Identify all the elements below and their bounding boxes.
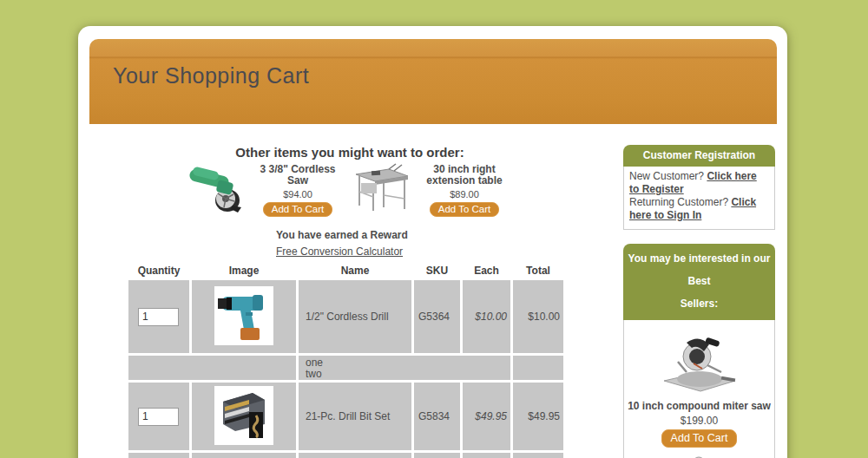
product-price: $94.00 <box>250 189 345 200</box>
product-price: $89.00 <box>417 189 512 200</box>
page-title: Your Shopping Cart <box>89 39 777 88</box>
returning-customer-label: Returning Customer? <box>629 196 731 208</box>
quantity-cell <box>128 383 189 450</box>
name-cell: 1/2" Cordless Drill <box>299 280 411 353</box>
suggested-product-cordless-saw: 3 3/8" Cordless Saw $94.00 Add To Cart <box>187 162 345 217</box>
name-cell: 21-Pc. Drill Bit Set <box>299 383 411 450</box>
note-empty-cell <box>128 356 296 380</box>
best-sellers-header-line2: Sellers: <box>625 292 773 315</box>
suggested-product-info: 3 3/8" Cordless Saw $94.00 Add To Cart <box>250 162 345 217</box>
product-image-frame <box>214 286 273 345</box>
add-to-cart-button[interactable]: Add To Cart <box>661 429 738 448</box>
product-image-frame <box>214 386 273 445</box>
image-cell <box>192 383 296 450</box>
suggestions-heading: Other items you might want to order: <box>89 145 610 160</box>
total-cell <box>513 453 563 458</box>
image-cell <box>192 453 296 458</box>
new-customer-label: New Customer? <box>629 170 707 182</box>
column-header-total: Total <box>513 264 563 278</box>
note-text: one two <box>306 357 510 380</box>
reward-block: You have earned a Reward Free Conversion… <box>276 229 424 258</box>
customer-registration-header: Customer Registration <box>623 145 775 167</box>
customer-registration-body: New Customer? Click here to Register Ret… <box>623 167 775 230</box>
cart-row-partial <box>128 453 563 458</box>
note-cell: one two <box>299 356 510 380</box>
cordless-drill-image <box>214 286 273 345</box>
best-seller-name: 10 inch compound miter saw <box>628 401 771 412</box>
image-cell <box>192 280 296 353</box>
quantity-input[interactable] <box>138 308 179 326</box>
cart-note-row: one two <box>128 356 563 380</box>
each-cell <box>463 453 510 458</box>
sku-cell: G5834 <box>414 383 460 450</box>
cart-table: Quantity Image Name SKU Each Total <box>126 261 566 458</box>
extension-table-image <box>354 162 411 213</box>
best-sellers-header-line1: You may be interested in our Best <box>625 247 773 292</box>
conversion-calculator-link[interactable]: Free Conversion Calculator <box>276 245 403 258</box>
product-name: 30 inch right extension table <box>417 164 512 186</box>
total-cell: $10.00 <box>513 280 563 353</box>
page-banner: Your Shopping Cart <box>89 39 777 124</box>
best-seller-price: $199.00 <box>628 415 771 427</box>
sidebar: Customer Registration New Customer? Clic… <box>623 145 775 458</box>
suggested-product-info: 30 inch right extension table $89.00 Add… <box>417 162 512 217</box>
cart-row-cordless-drill: 1/2" Cordless Drill G5364 $10.00 $10.00 <box>128 280 563 353</box>
best-sellers-body: 10 inch compound miter saw $199.00 Add T… <box>623 320 775 458</box>
add-to-cart-button[interactable]: Add To Cart <box>430 202 500 217</box>
cordless-saw-image <box>187 162 245 213</box>
cart-row-drill-bit-set: 21-Pc. Drill Bit Set G5834 $49.95 $49.95 <box>128 383 563 450</box>
total-cell: $49.95 <box>513 383 563 450</box>
each-cell: $49.95 <box>463 383 510 450</box>
cart-table-header-row: Quantity Image Name SKU Each Total <box>128 264 563 278</box>
suggested-product-extension-table: 30 inch right extension table $89.00 Add… <box>354 162 512 217</box>
quantity-cell <box>128 280 189 353</box>
suggested-products: 3 3/8" Cordless Saw $94.00 Add To Cart <box>89 162 610 217</box>
page-container: Your Shopping Cart Other items you might… <box>78 26 787 458</box>
quantity-cell <box>128 453 189 458</box>
drill-bit-set-image <box>214 386 273 445</box>
column-header-quantity: Quantity <box>128 264 189 278</box>
miter-saw-image <box>652 327 747 395</box>
add-to-cart-button[interactable]: Add To Cart <box>263 202 333 217</box>
reward-message: You have earned a Reward <box>276 229 424 241</box>
column-header-name: Name <box>299 264 411 278</box>
note-total-cell <box>513 356 563 380</box>
column-header-sku: SKU <box>414 264 460 278</box>
sku-cell <box>414 453 460 458</box>
name-cell <box>299 453 411 458</box>
content-row: Other items you might want to order: <box>78 145 787 458</box>
best-sellers-header: You may be interested in our Best Seller… <box>623 244 775 320</box>
column-header-each: Each <box>463 264 510 278</box>
column-header-image: Image <box>192 264 296 278</box>
product-name: 3 3/8" Cordless Saw <box>250 164 345 186</box>
sku-cell: G5364 <box>414 280 460 353</box>
each-cell: $10.00 <box>463 280 510 353</box>
quantity-input[interactable] <box>138 408 179 426</box>
main-column: Other items you might want to order: <box>89 145 610 458</box>
